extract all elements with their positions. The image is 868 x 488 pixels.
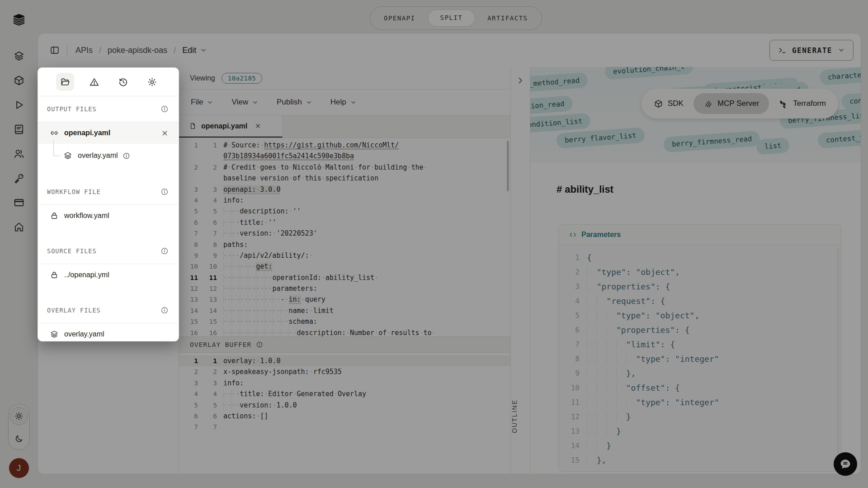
lock-icon: [50, 270, 59, 280]
spacer: [38, 167, 179, 179]
section-label: OUTPUT FILES: [47, 105, 97, 113]
problems-tool-button[interactable]: [85, 73, 103, 91]
file-row--openapi-yml[interactable]: ../openapi.yml: [38, 264, 179, 286]
info-icon[interactable]: [160, 105, 169, 113]
section-label: WORKFLOW FILE: [47, 188, 101, 195]
settings-tool-button[interactable]: [143, 73, 161, 91]
folder-open-icon: [60, 77, 71, 87]
file-row-workflow-yaml[interactable]: workflow.yaml: [38, 205, 179, 227]
app-window: J OPENAPISPLITARTIFACTS APIs/poke-apisdk…: [0, 0, 868, 488]
explorer-section-header: OUTPUT FILES: [38, 96, 179, 122]
files-tool-button[interactable]: [56, 73, 74, 91]
explorer-section-header: WORKFLOW FILE: [38, 179, 179, 205]
file-name: workflow.yaml: [64, 212, 109, 220]
history-icon: [118, 77, 128, 87]
layers-icon: [63, 151, 72, 160]
info-icon[interactable]: [160, 188, 169, 196]
explorer-section-header: SOURCE FILES: [38, 238, 179, 264]
gear-icon: [147, 77, 157, 87]
alert-triangle-icon: [89, 77, 99, 87]
file-row-overlay-yaml[interactable]: overlay.yaml: [38, 144, 179, 167]
info-icon[interactable]: [123, 152, 130, 160]
file-name: overlay.yaml: [78, 152, 118, 160]
close-icon[interactable]: [161, 129, 169, 137]
link-icon: [50, 128, 59, 137]
file-row-overlay-yaml[interactable]: overlay.yaml: [38, 323, 179, 341]
spacer: [38, 227, 179, 238]
history-tool-button[interactable]: [114, 73, 132, 91]
explorer-section-header: OVERLAY FILES: [38, 298, 179, 323]
info-icon[interactable]: [160, 247, 169, 255]
file-explorer-panel: OUTPUT FILESopenapi.yamloverlay.yamlWORK…: [38, 67, 179, 341]
info-icon[interactable]: [160, 306, 169, 314]
layers-icon: [50, 330, 59, 339]
section-label: OVERLAY FILES: [47, 307, 101, 314]
tree-connector: [53, 141, 60, 156]
file-name: openapi.yaml: [64, 129, 110, 137]
file-name: ../openapi.yml: [64, 271, 109, 279]
section-label: SOURCE FILES: [47, 247, 97, 255]
lock-icon: [50, 211, 59, 220]
explorer-toolbar: [38, 68, 179, 96]
file-name: overlay.yaml: [64, 330, 104, 338]
spacer: [38, 286, 179, 298]
